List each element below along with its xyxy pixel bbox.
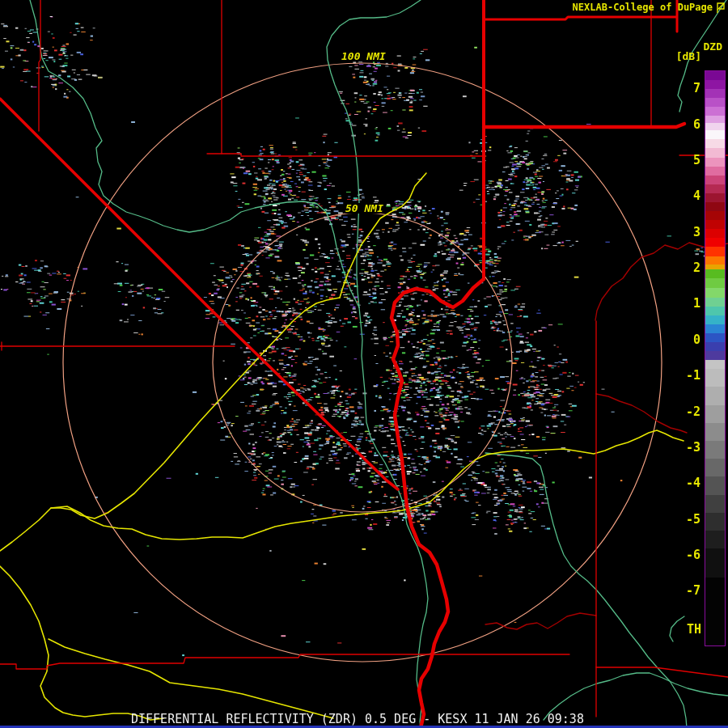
colorbar-step bbox=[705, 333, 725, 342]
status-bar-text: DIFFERENTIAL REFLECTIVITY (ZDR) 0.5 DEG … bbox=[131, 713, 584, 726]
colorbar-tick-label: -5 bbox=[668, 514, 700, 526]
colorbar-step bbox=[705, 247, 725, 256]
colorbar bbox=[705, 70, 726, 646]
colorbar-step bbox=[705, 256, 725, 265]
colorbar-step bbox=[705, 315, 725, 324]
colorbar-tick-label: 3 bbox=[668, 226, 700, 239]
colorbar-tick-label: -3 bbox=[668, 442, 700, 454]
colorbar-step bbox=[705, 578, 725, 645]
colorbar-step bbox=[705, 139, 725, 148]
colorbar-tick-label: 6 bbox=[668, 119, 700, 131]
colorbar-step bbox=[705, 116, 725, 123]
colorbar-step bbox=[705, 278, 725, 288]
colorbar-step bbox=[705, 531, 725, 548]
colorbar-step bbox=[705, 211, 725, 220]
colorbar-step bbox=[705, 89, 725, 98]
colorbar-step bbox=[705, 123, 725, 130]
colorbar-tick-label: -1 bbox=[668, 370, 700, 382]
colorbar-tick-label: -6 bbox=[668, 549, 700, 561]
colorbar-tick-label: -2 bbox=[668, 406, 700, 418]
colorbar-tick-label: 1 bbox=[668, 298, 700, 310]
radar-viewer: NEXLAB-College of DuPage DZD [dB] 765432… bbox=[0, 0, 728, 728]
colorbar-step bbox=[705, 184, 725, 193]
range-ring-label-100nmi: 100 NMI bbox=[340, 51, 387, 61]
colorbar-tick-label: 2 bbox=[668, 262, 700, 274]
radar-display-canvas bbox=[0, 0, 728, 728]
colorbar-step bbox=[705, 80, 725, 89]
colorbar-step bbox=[705, 387, 725, 404]
colorbar-step bbox=[705, 229, 725, 238]
colorbar-threshold-label: TH bbox=[687, 624, 701, 636]
colorbar-tick-label: 5 bbox=[668, 154, 700, 167]
colorbar-units-label: [dB] bbox=[676, 51, 701, 61]
colorbar-step bbox=[705, 441, 725, 459]
colorbar-step bbox=[705, 107, 725, 116]
colorbar-step bbox=[705, 193, 725, 202]
page-title: NEXLAB-College of DuPage bbox=[573, 2, 713, 12]
colorbar-step bbox=[705, 167, 725, 176]
colorbar-step bbox=[705, 220, 725, 229]
colorbar-step bbox=[705, 98, 725, 107]
colorbar-step bbox=[705, 324, 725, 333]
colorbar-product-label: DZD bbox=[704, 41, 722, 52]
colorbar-tick-label: 4 bbox=[668, 190, 700, 202]
colorbar-step bbox=[705, 548, 725, 578]
colorbar-step bbox=[705, 495, 725, 513]
colorbar-step bbox=[705, 459, 725, 476]
colorbar-step bbox=[705, 423, 725, 441]
range-ring-label-50nmi: 50 NMI bbox=[344, 203, 385, 214]
colorbar-step bbox=[705, 238, 725, 247]
colorbar-step bbox=[705, 351, 725, 360]
colorbar-tick-label: 7 bbox=[668, 83, 700, 95]
colorbar-step bbox=[705, 307, 725, 315]
colorbar-step bbox=[705, 369, 725, 387]
colorbar-step bbox=[705, 202, 725, 211]
colorbar-step bbox=[705, 130, 725, 139]
colorbar-step bbox=[705, 360, 725, 369]
colorbar-step bbox=[705, 342, 725, 351]
colorbar-step bbox=[705, 288, 725, 298]
colorbar-tick-label: -7 bbox=[668, 585, 700, 597]
colorbar-step bbox=[705, 476, 725, 494]
colorbar-step bbox=[705, 513, 725, 531]
colorbar-step bbox=[705, 405, 725, 423]
colorbar-step bbox=[705, 148, 725, 157]
colorbar-tick-label: -4 bbox=[668, 477, 700, 489]
colorbar-step bbox=[705, 176, 725, 184]
colorbar-tick-label: 0 bbox=[668, 334, 700, 346]
colorbar-step bbox=[705, 269, 725, 279]
nexlab-logo-icon bbox=[716, 2, 726, 14]
colorbar-step bbox=[705, 298, 725, 307]
colorbar-step bbox=[705, 71, 725, 80]
colorbar-step bbox=[705, 158, 725, 167]
